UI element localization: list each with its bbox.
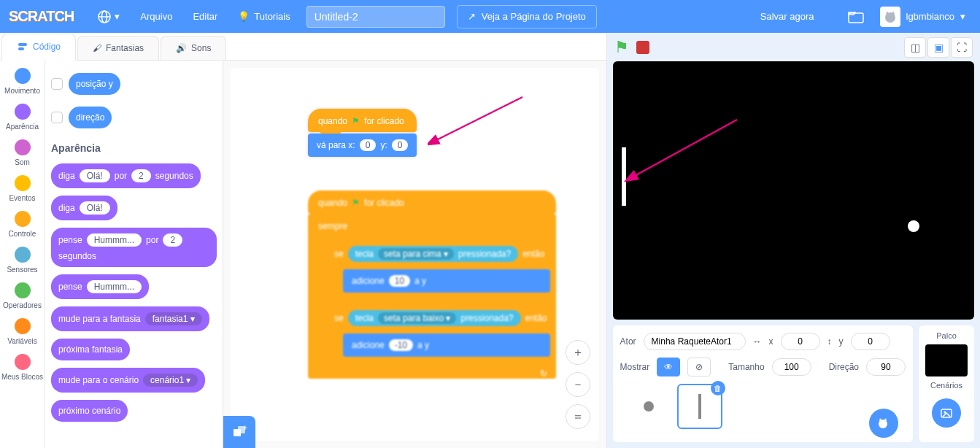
block-y-position[interactable]: posição y xyxy=(69,73,120,95)
category-looks[interactable]: Aparência xyxy=(0,99,45,135)
svg-marker-6 xyxy=(892,11,895,15)
xy-icon: ↔ xyxy=(753,336,762,347)
sprite-ball[interactable] xyxy=(908,220,919,232)
zoom-reset-button[interactable]: ＝ xyxy=(566,404,590,429)
add-sprite-button[interactable] xyxy=(869,409,898,438)
block-say[interactable]: digaOlá! xyxy=(51,196,117,220)
size-label: Tamanho xyxy=(728,362,764,372)
block-direction[interactable]: direção xyxy=(69,107,112,128)
stage-label: Palco xyxy=(936,331,957,340)
block-say-for-secs[interactable]: digaOlá!por2segundos xyxy=(51,163,201,188)
y-label: y xyxy=(839,336,844,347)
user-avatar xyxy=(880,7,900,27)
category-motion[interactable]: Movimento xyxy=(0,63,45,99)
block-palette[interactable]: posição y direção Aparência digaOlá!por2… xyxy=(45,61,223,448)
fullscreen-button[interactable]: ⛶ xyxy=(951,37,973,58)
scripts-workspace[interactable]: quando⚑for clicado vá para x:0y:0 quan xyxy=(223,61,606,448)
hat-when-flag-clicked-1[interactable]: quando⚑for clicado xyxy=(308,109,417,132)
block-think-for-secs[interactable]: penseHummm...por2segundos xyxy=(51,228,217,267)
sensing-key-pressed-2[interactable]: teclaseta para baixo ▾pressionada? xyxy=(348,310,521,326)
add-extension-button[interactable]: + xyxy=(223,416,255,448)
block-if-2[interactable]: se teclaseta para baixo ▾pressionada? en… xyxy=(324,303,553,366)
sprite-paddle[interactable] xyxy=(622,147,626,206)
block-think[interactable]: penseHummm... xyxy=(51,274,149,299)
mystuff-button[interactable] xyxy=(838,0,874,33)
project-icon: ↗ xyxy=(468,11,476,22)
sprite-x-input[interactable] xyxy=(781,333,820,350)
block-change-y-1[interactable]: adicione10a y xyxy=(343,269,550,293)
block-change-y-2[interactable]: adicione-10a y xyxy=(343,333,550,357)
tab-sounds[interactable]: 🔊 Sons xyxy=(161,36,226,60)
sprite-name-input[interactable] xyxy=(644,333,746,350)
monitor-checkbox-ypos[interactable] xyxy=(51,78,63,90)
block-next-costume[interactable]: próxima fantasia xyxy=(51,339,130,360)
zoom-out-button[interactable]: － xyxy=(566,372,590,397)
script-2[interactable]: quando⚑for clicado sempre se teclaseta p… xyxy=(308,190,556,379)
project-title-input[interactable] xyxy=(306,6,445,28)
block-switch-costume[interactable]: mude para a fantasiafantasia1 ▾ xyxy=(51,306,209,331)
sprite-item-ball[interactable] xyxy=(626,384,671,429)
sprite-size-input[interactable] xyxy=(772,358,811,376)
sprite-name-label: Ator xyxy=(620,336,636,347)
script-1[interactable]: quando⚑for clicado vá para x:0y:0 xyxy=(308,109,417,157)
scratch-logo[interactable]: SCRATCH xyxy=(9,8,74,25)
sprite-y-input[interactable] xyxy=(851,333,890,350)
annotation-arrow-2 xyxy=(620,112,744,193)
stage[interactable] xyxy=(613,61,974,320)
sprite-direction-input[interactable] xyxy=(866,358,906,376)
image-plus-icon xyxy=(940,406,953,420)
green-flag-button[interactable]: ⚑ xyxy=(614,38,629,57)
hat-when-flag-clicked-2[interactable]: quando⚑for clicado xyxy=(308,190,556,214)
category-sound[interactable]: Som xyxy=(0,135,45,171)
language-menu[interactable]: ▾ xyxy=(87,0,130,33)
x-label: x xyxy=(769,336,773,347)
tab-costumes[interactable]: 🖌 Fantasias xyxy=(77,36,159,60)
tutorials-button[interactable]: 💡 Tutoriais xyxy=(228,0,300,33)
extension-icon: + xyxy=(231,424,247,440)
category-myblocks[interactable]: Meus Blocos xyxy=(0,349,45,385)
project-page-button[interactable]: ↗ Veja a Página do Projeto xyxy=(457,5,597,28)
small-stage-button[interactable]: ◫ xyxy=(904,37,926,58)
svg-rect-7 xyxy=(18,43,27,46)
block-category-list: Movimento Aparência Som Eventos Controle… xyxy=(0,61,45,448)
folder-icon xyxy=(848,10,864,23)
block-goto-xy[interactable]: vá para x:0y:0 xyxy=(308,134,417,157)
hide-sprite-button[interactable]: ⊘ xyxy=(687,358,711,376)
category-sensing[interactable]: Sensores xyxy=(0,242,45,278)
green-flag-icon: ⚑ xyxy=(352,198,360,208)
category-control[interactable]: Controle xyxy=(0,206,45,242)
svg-rect-8 xyxy=(18,47,24,50)
code-icon xyxy=(17,41,28,53)
palette-heading-looks: Aparência xyxy=(51,142,217,154)
show-sprite-button[interactable]: 👁 xyxy=(657,358,680,376)
green-flag-icon: ⚑ xyxy=(352,116,360,126)
block-next-backdrop[interactable]: próximo cenário xyxy=(51,400,128,422)
show-label: Mostrar xyxy=(620,362,650,372)
category-variables[interactable]: Variáveis xyxy=(0,314,45,349)
stage-header: ⚑ ◫ ▣ ⛶ xyxy=(607,33,980,61)
category-operators[interactable]: Operadores xyxy=(0,278,45,314)
block-if-1[interactable]: se teclaseta para cima ▾pressionada? ent… xyxy=(324,239,553,301)
lightbulb-icon: 💡 xyxy=(238,11,250,22)
block-forever[interactable]: sempre se teclaseta para cima ▾pressiona… xyxy=(308,214,556,379)
stage-selector[interactable]: Palco Cenários xyxy=(919,325,974,442)
tab-code[interactable]: Código xyxy=(1,34,76,61)
block-switch-backdrop[interactable]: mude para o cenáriocenário1 ▾ xyxy=(51,368,205,393)
cat-plus-icon xyxy=(876,416,891,430)
sensing-key-pressed-1[interactable]: teclaseta para cima ▾pressionada? xyxy=(348,246,518,262)
category-events[interactable]: Eventos xyxy=(0,171,45,206)
file-menu[interactable]: Arquivo xyxy=(130,0,182,33)
save-now-button[interactable]: Salvar agora xyxy=(750,0,825,33)
add-backdrop-button[interactable] xyxy=(932,398,961,428)
backdrops-label: Cenários xyxy=(930,381,962,390)
monitor-checkbox-direction[interactable] xyxy=(51,112,63,123)
account-menu[interactable]: lgbmbianco ▾ xyxy=(874,0,972,33)
edit-menu[interactable]: Editar xyxy=(182,0,228,33)
sprite-item-paddle[interactable]: 🗑 xyxy=(677,384,722,429)
stage-thumbnail[interactable] xyxy=(925,344,968,376)
zoom-in-button[interactable]: ＋ xyxy=(566,340,590,365)
paintbrush-icon: 🖌 xyxy=(93,43,101,53)
direction-label: Direção xyxy=(829,362,859,372)
stop-button[interactable] xyxy=(636,41,649,54)
large-stage-button[interactable]: ▣ xyxy=(927,37,949,58)
